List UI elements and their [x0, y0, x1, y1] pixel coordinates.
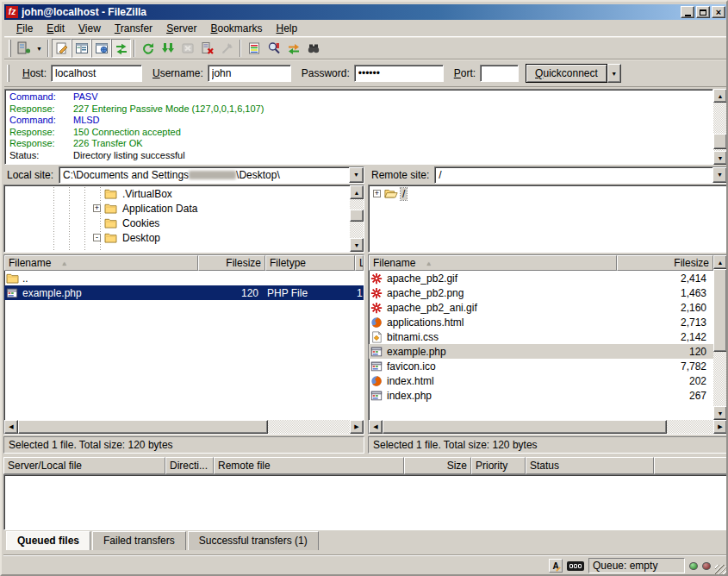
menu-item-help[interactable]: Help	[270, 21, 305, 36]
scroll-right-icon[interactable]: ▶	[713, 420, 727, 434]
toggle-local-tree-button[interactable]	[72, 39, 91, 58]
refresh-button[interactable]	[138, 39, 158, 58]
minimize-button[interactable]	[681, 6, 694, 18]
file-row[interactable]: index.php267	[369, 388, 713, 403]
remote-site-combo[interactable]: / ▼	[434, 166, 728, 184]
tree-item[interactable]: +Application Data	[4, 201, 350, 216]
tree-expander-icon[interactable]: -	[93, 234, 101, 241]
host-input[interactable]	[51, 65, 142, 82]
quickconnect-dropdown[interactable]: ▼	[607, 64, 621, 83]
column-header-filename[interactable]: Filename▲	[4, 255, 198, 271]
queue-header: Server/Local fileDirecti...Remote fileSi…	[3, 457, 728, 474]
hscroll-track[interactable]	[383, 420, 713, 434]
scroll-up-icon[interactable]: ▲	[350, 185, 364, 199]
compare-directories-button[interactable]	[264, 39, 283, 58]
scroll-up-icon[interactable]: ▲	[713, 89, 727, 103]
scroll-right-icon[interactable]: ▶	[350, 420, 364, 434]
remote-list-scrollbar[interactable]: ▲ ▼	[713, 255, 727, 420]
password-input[interactable]	[354, 65, 444, 82]
column-header-filename[interactable]: Filename▲	[369, 255, 617, 271]
scroll-left-icon[interactable]: ◀	[369, 420, 383, 434]
local-tree-scrollbar[interactable]: ▲ ▼	[350, 185, 364, 252]
menu-item-view[interactable]: View	[72, 21, 108, 36]
username-input[interactable]	[208, 65, 291, 82]
remote-site-dropdown-icon[interactable]: ▼	[712, 167, 727, 183]
log-scroll-track[interactable]	[713, 103, 727, 151]
column-header-filetype[interactable]: Filetype	[265, 255, 355, 271]
process-queue-button[interactable]	[158, 39, 177, 58]
column-header-filesize[interactable]: Filesize	[617, 255, 713, 271]
queue-column-directi[interactable]: Directi...	[165, 457, 214, 474]
scroll-up-icon[interactable]: ▲	[713, 255, 727, 269]
list-scroll-track[interactable]	[713, 269, 727, 406]
tab-successful-transfers-[interactable]: Successful transfers (1)	[188, 531, 319, 550]
menu-item-bookmarks[interactable]: Bookmarks	[203, 21, 269, 36]
hscroll-thumb[interactable]	[18, 420, 268, 434]
remote-hscrollbar[interactable]: ◀ ▶	[369, 420, 727, 434]
menu-item-server[interactable]: Server	[159, 21, 203, 36]
file-row[interactable]: apache_pb2.gif2,414	[369, 271, 713, 285]
file-row[interactable]: ..	[4, 271, 364, 285]
column-header-filesize[interactable]: Filesize	[198, 255, 265, 271]
resize-grip[interactable]	[715, 565, 726, 576]
local-site-combo[interactable]: C:\Documents and Settings\Desktop\ ▼	[59, 166, 364, 184]
toggle-remote-tree-button[interactable]	[91, 39, 111, 58]
tree-item[interactable]: .VirtualBox	[4, 186, 350, 201]
file-row[interactable]: index.html202	[369, 373, 713, 388]
queue-column-serverlocalfile[interactable]: Server/Local file	[3, 457, 165, 474]
menu-item-edit[interactable]: Edit	[40, 21, 72, 36]
menu-item-file[interactable]: File	[9, 21, 40, 36]
synchronized-browsing-button[interactable]	[283, 39, 303, 58]
queue-body[interactable]	[3, 474, 728, 530]
toggle-transfer-queue-button[interactable]	[111, 39, 131, 58]
tab-failed-transfers[interactable]: Failed transfers	[92, 531, 186, 550]
file-row[interactable]: applications.html2,713	[369, 315, 713, 329]
file-row[interactable]: apache_pb2.png1,463	[369, 285, 713, 300]
disconnect-button[interactable]	[197, 39, 217, 58]
maximize-button[interactable]	[696, 6, 710, 18]
menu-item-transfer[interactable]: Transfer	[108, 21, 159, 36]
tree-item[interactable]: +/	[369, 186, 727, 201]
scroll-down-icon[interactable]: ▼	[350, 238, 364, 252]
file-row[interactable]: example.php120	[369, 344, 713, 359]
site-manager-button[interactable]	[14, 39, 34, 58]
close-button[interactable]: ×	[712, 6, 725, 18]
file-row[interactable]: favicon.ico7,782	[369, 359, 713, 373]
tree-item[interactable]: Cookies	[4, 216, 350, 230]
tree-scroll-thumb[interactable]	[350, 210, 364, 222]
cancel-operation-button[interactable]	[177, 39, 197, 58]
reconnect-button[interactable]	[217, 39, 237, 58]
port-input[interactable]	[480, 65, 519, 82]
quickbar-grip[interactable]	[7, 65, 9, 82]
scroll-left-icon[interactable]: ◀	[4, 420, 18, 434]
queue-column-size[interactable]: Size	[404, 457, 471, 474]
site-manager-dropdown[interactable]: ▼	[34, 39, 45, 58]
queue-column-priority[interactable]: Priority	[471, 457, 526, 474]
local-site-dropdown-icon[interactable]: ▼	[349, 167, 364, 183]
hscroll-track[interactable]	[18, 420, 350, 434]
queue-column-remotefile[interactable]: Remote file	[214, 457, 404, 474]
file-row[interactable]: bitnami.css2,142	[369, 329, 713, 344]
log-scrollbar[interactable]: ▲ ▼	[713, 89, 727, 165]
local-hscrollbar[interactable]: ◀ ▶	[4, 420, 364, 434]
log-line-label: Response:	[9, 138, 73, 150]
tree-expander-icon[interactable]: +	[373, 190, 381, 197]
quickconnect-button[interactable]: Quickconnect	[526, 64, 607, 83]
column-header-l[interactable]: L	[355, 255, 364, 271]
toolbar-grip[interactable]	[9, 40, 11, 57]
scroll-down-icon[interactable]: ▼	[713, 151, 727, 165]
scroll-down-icon[interactable]: ▼	[713, 406, 727, 420]
file-row[interactable]: example.php120PHP File1	[4, 285, 364, 300]
queue-column-status[interactable]: Status	[526, 457, 654, 474]
list-scroll-thumb[interactable]	[713, 269, 727, 352]
find-files-button[interactable]	[303, 39, 323, 58]
tree-item[interactable]: -Desktop	[4, 230, 350, 245]
tree-scroll-track[interactable]	[350, 199, 364, 238]
toggle-message-log-button[interactable]	[52, 39, 72, 58]
hscroll-thumb[interactable]	[383, 420, 667, 434]
tree-expander-icon[interactable]: +	[93, 204, 101, 212]
tab-queued-files[interactable]: Queued files	[6, 531, 90, 550]
directory-listing-filters-button[interactable]	[244, 39, 264, 58]
log-scroll-thumb[interactable]	[713, 134, 727, 149]
file-row[interactable]: apache_pb2_ani.gif2,160	[369, 300, 713, 315]
